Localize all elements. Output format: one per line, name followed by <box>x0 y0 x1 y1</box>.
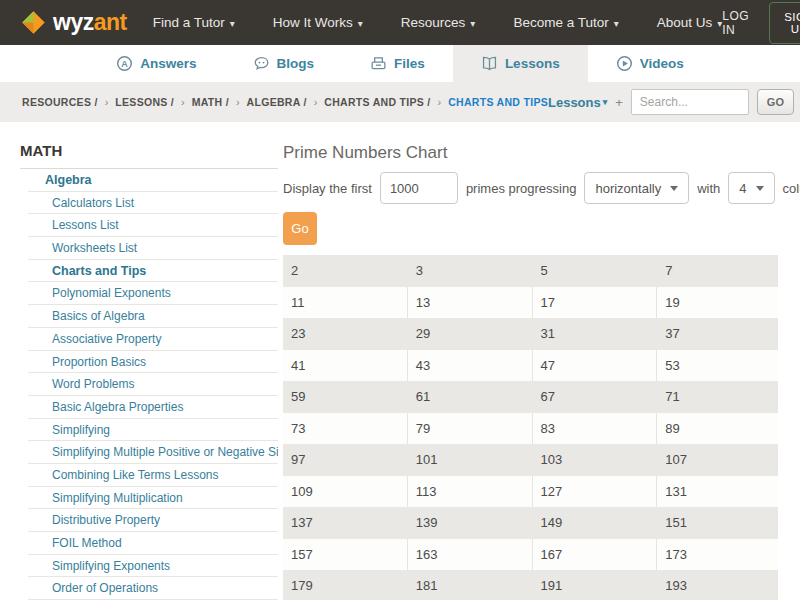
sidebar-item-simplifying-multiple-positive-or-negative-signs[interactable]: Simplifying Multiple Positive or Negativ… <box>28 441 278 464</box>
table-row: 179181191193 <box>283 570 778 600</box>
prime-cell: 29 <box>408 318 533 350</box>
prime-cell: 157 <box>283 539 408 571</box>
breadcrumb-item-charts-and-tips[interactable]: CHARTS AND TIPS <box>448 96 548 108</box>
search-go-button[interactable]: GO <box>757 89 794 115</box>
search-scope-label: Lessons <box>548 95 601 110</box>
tab-label: Videos <box>640 56 684 71</box>
sidebar-item-algebra[interactable]: Algebra <box>28 169 278 192</box>
table-row: 97101103107 <box>283 444 778 476</box>
prime-count-input[interactable] <box>380 172 458 204</box>
tab-label: Blogs <box>277 56 315 71</box>
tab-answers[interactable]: AAnswers <box>88 45 224 82</box>
search-scope-add[interactable]: + <box>615 95 623 110</box>
prime-cell: 43 <box>408 350 533 382</box>
search-widget: Lessons ▾ + GO <box>548 89 794 115</box>
sidebar-item-basics-of-algebra[interactable]: Basics of Algebra <box>28 305 278 328</box>
topnav-item-become-a-tutor[interactable]: Become a Tutor▾ <box>513 15 618 30</box>
prime-cell: 131 <box>657 476 778 508</box>
prime-cell: 107 <box>657 444 778 476</box>
files-icon <box>370 55 387 72</box>
breadcrumb-item-lessons[interactable]: LESSONS / <box>115 96 174 108</box>
topnav-items: Find a Tutor▾How It Works▾Resources▾Beco… <box>153 15 723 30</box>
tab-lessons[interactable]: Lessons <box>453 45 588 82</box>
prime-cell: 163 <box>408 539 533 571</box>
prime-cell: 73 <box>283 413 408 445</box>
breadcrumb-item-charts-and-tips[interactable]: CHARTS AND TIPS / <box>324 96 430 108</box>
prime-cell: 173 <box>657 539 778 571</box>
prime-cell: 127 <box>533 476 658 508</box>
prime-cell: 89 <box>657 413 778 445</box>
videos-icon <box>616 55 633 72</box>
prime-chart-form: Display the first primes progressing hor… <box>283 172 778 204</box>
page-title: Prime Numbers Chart <box>283 142 778 164</box>
topnav-item-find-a-tutor[interactable]: Find a Tutor▾ <box>153 15 235 30</box>
search-input[interactable] <box>631 89 749 115</box>
sidebar-item-associative-property[interactable]: Associative Property <box>28 328 278 351</box>
prime-cell: 179 <box>283 570 408 600</box>
sidebar-item-lessons-list[interactable]: Lessons List <box>28 214 278 237</box>
sidebar-item-polynomial-exponents[interactable]: Polynomial Exponents <box>28 282 278 305</box>
topnav-item-label: Find a Tutor <box>153 15 225 30</box>
sidebar-item-calculators-list[interactable]: Calculators List <box>28 192 278 215</box>
prime-cell: 151 <box>657 507 778 539</box>
breadcrumb-item-math[interactable]: MATH / <box>192 96 229 108</box>
topnav-item-how-it-works[interactable]: How It Works▾ <box>273 15 363 30</box>
main-content: Prime Numbers Chart Display the first pr… <box>283 122 778 600</box>
go-button[interactable]: Go <box>283 212 317 245</box>
sidebar-item-foil-method[interactable]: FOIL Method <box>28 532 278 555</box>
sidebar-item-combining-like-terms-lessons[interactable]: Combining Like Terms Lessons <box>28 464 278 487</box>
prime-cell: 71 <box>657 381 778 413</box>
sidebar-item-word-problems[interactable]: Word Problems <box>28 373 278 396</box>
lessons-icon <box>481 55 498 72</box>
table-row: 109113127131 <box>283 476 778 508</box>
columns-select[interactable]: 4 <box>728 172 774 204</box>
tab-videos[interactable]: Videos <box>588 45 712 82</box>
prime-cell: 79 <box>408 413 533 445</box>
prime-cell: 31 <box>533 318 658 350</box>
sidebar-item-proportion-basics[interactable]: Proportion Basics <box>28 351 278 374</box>
topnav-item-label: About Us <box>657 15 713 30</box>
tab-files[interactable]: Files <box>342 45 453 82</box>
prime-cell: 7 <box>657 255 778 287</box>
form-label-display: Display the first <box>283 181 372 196</box>
table-row: 137139149151 <box>283 507 778 539</box>
sidebar-item-simplifying[interactable]: Simplifying <box>28 419 278 442</box>
tab-label: Answers <box>140 56 196 71</box>
direction-select[interactable]: horizontally <box>584 172 689 204</box>
breadcrumb-bar: RESOURCES /›LESSONS /›MATH /›ALGEBRA /›C… <box>0 82 800 122</box>
search-scope-dropdown[interactable]: Lessons ▾ <box>548 95 607 110</box>
sidebar-heading: MATH <box>20 142 278 169</box>
signup-button[interactable]: SIGN UP <box>769 2 800 44</box>
tab-blogs[interactable]: Blogs <box>225 45 343 82</box>
columns-select-value: 4 <box>739 181 746 196</box>
prime-cell: 41 <box>283 350 408 382</box>
prime-cell: 103 <box>533 444 658 476</box>
topnav-item-about-us[interactable]: About Us▾ <box>657 15 723 30</box>
breadcrumb-item-resources[interactable]: RESOURCES / <box>22 96 98 108</box>
sidebar-item-order-of-operations[interactable]: Order of Operations <box>28 577 278 600</box>
breadcrumb-separator: › <box>236 96 240 108</box>
sidebar-item-simplifying-multiplication[interactable]: Simplifying Multiplication <box>28 487 278 510</box>
form-label-progressing: primes progressing <box>466 181 577 196</box>
chevron-down-icon: ▾ <box>603 97 608 107</box>
prime-cell: 137 <box>283 507 408 539</box>
tab-label: Lessons <box>505 56 560 71</box>
sidebar-item-distributive-property[interactable]: Distributive Property <box>28 509 278 532</box>
table-row: 23293137 <box>283 318 778 350</box>
sidebar-item-charts-and-tips[interactable]: Charts and Tips <box>28 260 278 283</box>
login-link[interactable]: LOG IN <box>722 9 749 37</box>
tab-label: Files <box>394 56 425 71</box>
sidebar-item-basic-algebra-properties[interactable]: Basic Algebra Properties <box>28 396 278 419</box>
sidebar-item-worksheets-list[interactable]: Worksheets List <box>28 237 278 260</box>
topbar-right: LOG IN SIGN UP <box>722 2 800 44</box>
breadcrumb-item-algebra[interactable]: ALGEBRA / <box>247 96 307 108</box>
svg-text:A: A <box>122 59 129 69</box>
chevron-down-icon: ▾ <box>470 18 475 29</box>
prime-cell: 53 <box>657 350 778 382</box>
table-row: 41434753 <box>283 350 778 382</box>
sidebar-item-simplifying-exponents[interactable]: Simplifying Exponents <box>28 555 278 578</box>
breadcrumb-separator: › <box>314 96 318 108</box>
wyzant-logo[interactable]: wyzant <box>20 9 127 36</box>
topnav-item-resources[interactable]: Resources▾ <box>401 15 476 30</box>
chevron-down-icon: ▾ <box>230 18 235 29</box>
